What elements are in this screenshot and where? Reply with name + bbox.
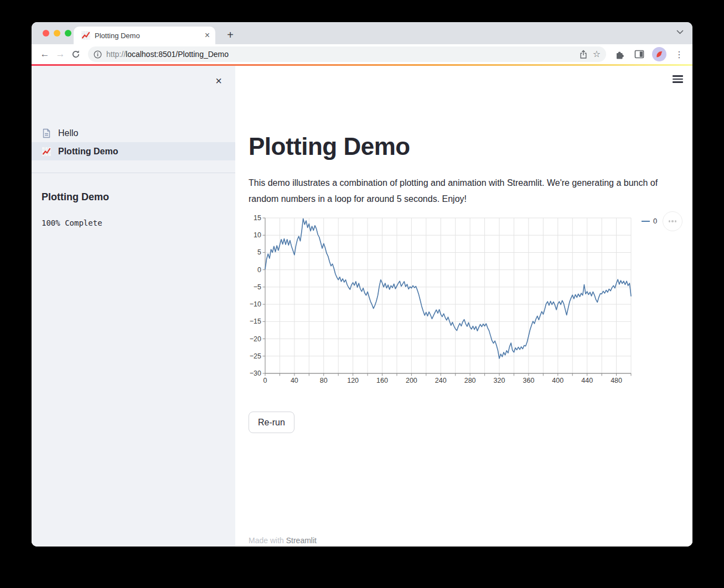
sidebar-item-plotting-demo[interactable]: Plotting Demo: [32, 142, 235, 160]
url-scheme: http://: [106, 50, 126, 59]
url-host: localhost: [126, 50, 156, 59]
sidebar-divider: [32, 173, 235, 173]
zoom-window-button[interactable]: [65, 30, 71, 37]
footer: Made with Streamlit: [249, 536, 317, 545]
svg-text:480: 480: [611, 377, 622, 384]
svg-text:−10: −10: [250, 300, 261, 308]
svg-text:400: 400: [552, 377, 563, 384]
address-bar[interactable]: http://localhost:8501/Plotting_Demo ☆: [88, 46, 606, 62]
bookmark-star-icon[interactable]: ☆: [593, 50, 601, 59]
svg-text:5: 5: [257, 248, 261, 256]
sidebar-item-label: Hello: [58, 128, 78, 138]
svg-text:40: 40: [291, 377, 298, 384]
close-window-button[interactable]: [43, 30, 49, 37]
footer-streamlit-link[interactable]: Streamlit: [286, 536, 317, 545]
app-menu-hamburger-icon[interactable]: [673, 75, 683, 83]
sidebar: × Hello Plotting Demo: [32, 64, 235, 547]
svg-text:160: 160: [376, 377, 388, 384]
page-title: Plotting Demo: [249, 133, 410, 160]
main-area: Plotting Demo This demo illustrates a co…: [235, 64, 692, 547]
page-content: × Hello Plotting Demo: [32, 64, 692, 547]
svg-text:−5: −5: [254, 283, 261, 291]
streamlit-decoration-bar: [32, 64, 692, 66]
info-icon[interactable]: [94, 50, 102, 59]
chart-increasing-icon: [42, 147, 51, 157]
url-text[interactable]: http://localhost:8501/Plotting_Demo: [106, 50, 575, 59]
sidebar-item-hello[interactable]: Hello: [32, 124, 235, 142]
page-icon: [42, 128, 51, 138]
line-chart-svg[interactable]: 04080120160200240280320360400440480−30−2…: [249, 214, 636, 386]
url-path: :8501/Plotting_Demo: [156, 50, 229, 59]
progress-status-text: 100% Complete: [42, 218, 102, 227]
chart-increasing-icon: [81, 31, 90, 40]
sidebar-close-icon[interactable]: ×: [212, 74, 225, 87]
rerun-button[interactable]: Re-run: [249, 412, 294, 433]
browser-menu-kebab-icon[interactable]: ⋮: [671, 46, 687, 62]
browser-toolbar: ← → http://localhost:8501/Plotting_Demo …: [32, 44, 692, 64]
browser-tab[interactable]: Plotting Demo ×: [74, 27, 215, 44]
svg-text:360: 360: [523, 377, 534, 384]
tab-title: Plotting Demo: [95, 32, 200, 40]
line-chart: 04080120160200240280320360400440480−30−2…: [249, 214, 682, 386]
traffic-lights: [43, 30, 71, 37]
share-icon[interactable]: [580, 50, 587, 59]
back-icon[interactable]: ←: [37, 46, 53, 62]
tab-strip: Plotting Demo × +: [32, 22, 692, 44]
sidebar-nav: Hello Plotting Demo: [32, 124, 235, 160]
profile-avatar[interactable]: [651, 46, 667, 62]
svg-text:120: 120: [347, 377, 359, 384]
svg-text:15: 15: [254, 214, 261, 222]
chart-options-button[interactable]: [663, 211, 682, 231]
svg-text:200: 200: [406, 377, 417, 384]
footer-made-with: Made with: [249, 536, 286, 545]
legend-line-swatch: [642, 221, 650, 222]
sidebar-section-title: Plotting Demo: [42, 191, 109, 203]
svg-text:−30: −30: [250, 370, 261, 377]
svg-text:−25: −25: [250, 352, 261, 360]
page-description: This demo illustrates a combination of p…: [249, 175, 677, 207]
reload-icon[interactable]: [68, 46, 84, 62]
browser-window: Plotting Demo × + ← → http://localhost:8…: [32, 22, 692, 547]
minimize-window-button[interactable]: [54, 30, 60, 37]
svg-text:320: 320: [494, 377, 505, 384]
new-tab-button[interactable]: +: [222, 27, 239, 43]
chart-legend: 0: [642, 217, 657, 225]
svg-text:0: 0: [263, 377, 267, 384]
forward-icon[interactable]: →: [53, 46, 68, 62]
sidebar-item-label: Plotting Demo: [58, 147, 118, 157]
svg-text:10: 10: [254, 231, 261, 239]
svg-text:240: 240: [435, 377, 447, 384]
svg-text:−20: −20: [250, 335, 261, 343]
svg-text:0: 0: [257, 266, 261, 274]
close-tab-icon[interactable]: ×: [205, 31, 210, 40]
svg-text:−15: −15: [250, 318, 261, 325]
chevron-down-icon[interactable]: [676, 30, 684, 34]
side-panel-icon[interactable]: [632, 46, 647, 62]
svg-text:440: 440: [581, 377, 593, 384]
svg-text:280: 280: [464, 377, 476, 384]
svg-text:80: 80: [320, 377, 328, 384]
legend-series-label: 0: [653, 217, 657, 225]
extensions-puzzle-icon[interactable]: [612, 46, 627, 62]
